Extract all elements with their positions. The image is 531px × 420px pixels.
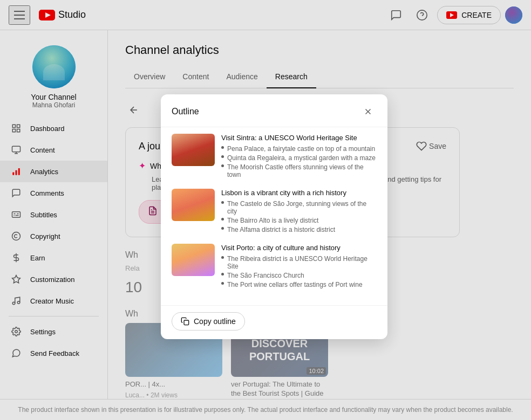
analytics-label: Analytics	[30, 168, 58, 176]
sidebar-item-content[interactable]: Content	[0, 139, 107, 161]
lisbon-thumbnail	[172, 189, 215, 221]
creator-music-icon	[11, 295, 22, 306]
comments-icon	[11, 188, 22, 198]
analytics-icon	[11, 166, 22, 177]
subtitles-label: Subtitles	[30, 211, 57, 219]
copy-label: Copy outline	[194, 317, 236, 326]
viewers-icon: ✦	[139, 161, 146, 171]
subtitles-icon	[11, 209, 22, 220]
top-bar: Studio CREATE	[0, 0, 531, 30]
svg-point-13	[12, 232, 21, 240]
sintra-bullet-1: Pena Palace, a fairytale castle on top o…	[221, 145, 377, 153]
tab-content[interactable]: Content	[174, 66, 217, 88]
record-icon	[446, 11, 457, 19]
svg-rect-12	[12, 212, 21, 218]
menu-button[interactable]	[9, 5, 30, 25]
svg-rect-9	[12, 173, 14, 175]
svg-rect-24	[184, 320, 189, 325]
svg-rect-6	[17, 129, 20, 132]
footer: The product interface shown in this pres…	[0, 399, 531, 420]
video-title-1: POR... | 4x...	[125, 380, 222, 389]
sidebar-item-comments[interactable]: Comments	[0, 182, 107, 204]
sidebar-item-earn[interactable]: Earn	[0, 247, 107, 268]
tab-overview[interactable]: Overview	[125, 66, 174, 88]
svg-marker-15	[12, 276, 21, 283]
save-button[interactable]: Save	[416, 141, 446, 152]
tab-audience[interactable]: Audience	[217, 66, 266, 88]
outline-header: Outline	[161, 94, 387, 127]
sidebar-item-feedback[interactable]: Send Feedback	[0, 342, 107, 364]
sintra-thumbnail	[172, 134, 215, 166]
save-label: Save	[429, 142, 446, 150]
back-button[interactable]	[125, 101, 142, 119]
svg-point-2	[417, 10, 427, 19]
settings-icon	[11, 326, 22, 337]
lisbon-bullet-3: The Alfama district is a historic distri…	[221, 226, 377, 233]
earn-icon	[11, 252, 22, 263]
lisbon-title: Lisbon is a vibrant city with a rich his…	[221, 189, 377, 197]
lisbon-content: Lisbon is a vibrant city with a rich his…	[221, 189, 377, 235]
porto-thumbnail	[172, 244, 215, 276]
svg-rect-5	[17, 125, 20, 127]
page-title: Channel analytics	[125, 43, 514, 57]
outline-body: Visit Sintra: a UNESCO World Heritage Si…	[161, 127, 387, 305]
sidebar-item-creator-music[interactable]: Creator Music	[0, 290, 107, 312]
page-header: Channel analytics Overview Content Audie…	[108, 30, 531, 88]
sidebar-item-copyright[interactable]: Copyright	[0, 225, 107, 247]
lisbon-bullet-1: The Castelo de São Jorge, stunning views…	[221, 200, 377, 215]
video-duration-2: 10:02	[307, 367, 326, 375]
outline-modal: Outline Visit Sintra: a UNESCO World Her…	[161, 94, 387, 339]
outline-item-sintra: Visit Sintra: a UNESCO World Heritage Si…	[172, 134, 377, 180]
tab-research[interactable]: Research	[267, 66, 316, 88]
sidebar-item-dashboard[interactable]: Dashboard	[0, 118, 107, 139]
customization-icon	[11, 274, 22, 285]
help-button[interactable]	[411, 4, 433, 26]
svg-point-18	[15, 331, 18, 333]
messages-button[interactable]	[385, 4, 407, 26]
tabs: Overview Content Audience Research	[125, 66, 514, 88]
channel-info: Your Channel Mahna Ghofari	[0, 35, 107, 118]
comments-label: Comments	[30, 189, 64, 197]
video-title-2: ver Portugal: The Ultimate to the Best T…	[231, 380, 328, 398]
dashboard-label: Dashboard	[30, 125, 65, 133]
channel-name: Your Channel	[31, 93, 76, 101]
create-label: CREATE	[461, 11, 492, 19]
sidebar-item-analytics[interactable]: Analytics	[0, 161, 107, 182]
sidebar-item-settings[interactable]: Settings	[0, 321, 107, 342]
outline-modal-title: Outline	[172, 107, 199, 116]
copyright-label: Copyright	[30, 232, 60, 240]
content-icon	[11, 144, 22, 155]
feedback-icon	[11, 348, 22, 359]
customization-label: Customization	[30, 276, 74, 284]
nav-divider	[9, 316, 99, 316]
settings-label: Settings	[30, 328, 56, 336]
logo: Studio	[39, 9, 86, 20]
sintra-bullet-3: The Moorish Castle offers stunning views…	[221, 163, 377, 178]
avatar[interactable]	[505, 6, 522, 24]
app-container: Studio CREATE	[0, 0, 531, 420]
generate-icon	[148, 206, 158, 218]
top-bar-left: Studio	[9, 5, 385, 25]
svg-point-16	[12, 302, 15, 305]
svg-rect-10	[16, 170, 17, 175]
outline-item-lisbon: Lisbon is a vibrant city with a rich his…	[172, 189, 377, 235]
sidebar: Your Channel Mahna Ghofari Dashboard	[0, 30, 108, 399]
porto-bullet-3: The Port wine cellars offer tastings of …	[221, 281, 377, 288]
svg-rect-11	[18, 168, 20, 175]
feedback-label: Send Feedback	[30, 349, 79, 357]
porto-bullet-2: The São Francisco Church	[221, 272, 377, 279]
top-bar-right: CREATE	[385, 4, 522, 26]
sidebar-item-subtitles[interactable]: Subtitles	[0, 204, 107, 225]
sintra-title: Visit Sintra: a UNESCO World Heritage Si…	[221, 134, 377, 142]
footer-text: The product interface shown in this pres…	[18, 406, 513, 414]
content-label: Content	[30, 146, 55, 154]
copy-outline-button[interactable]: Copy outline	[172, 312, 245, 331]
outline-close-button[interactable]	[359, 103, 377, 120]
outline-item-porto: Visit Porto: a city of culture and histo…	[172, 244, 377, 290]
video-meta-1: Luca... • 2M views	[125, 391, 222, 399]
sidebar-item-customization[interactable]: Customization	[0, 268, 107, 290]
sidebar-nav: Dashboard Content	[0, 118, 107, 364]
create-button[interactable]: CREATE	[437, 6, 501, 24]
creator-music-label: Creator Music	[30, 297, 74, 305]
svg-rect-4	[12, 125, 15, 127]
